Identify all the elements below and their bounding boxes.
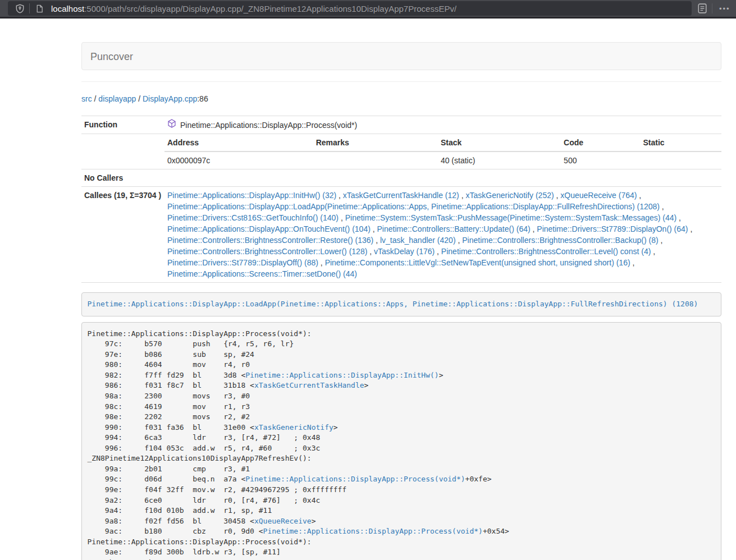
browser-toolbar: localhost:5000/path/src/displayapp/Displ… [0,0,736,19]
url-bar[interactable]: localhost:5000/path/src/displayapp/Displ… [8,1,692,16]
callee-link[interactable]: Pinetime::Components::LittleVgl::SetNewT… [325,258,630,267]
details-row: Address Remarks Stack Code Static 0x0000… [81,134,721,169]
callee-link[interactable]: Pinetime::System::SystemTask::PushMessag… [345,213,677,222]
url-path: :5000/path/src/displayapp/DisplayApp.cpp… [84,4,456,13]
page-info-icon[interactable] [32,2,47,15]
function-row: Function Pinetime::Applications::Display… [81,116,721,134]
callee-link[interactable]: Pinetime::Drivers::Cst816S::GetTouchInfo… [167,213,339,222]
callee-link[interactable]: lv_task_handler (420) [380,236,456,245]
divider [81,81,721,82]
details-values-row: 0x0000097c 40 (static) 500 [164,152,721,169]
col-header-static: Static [641,134,721,152]
callee-link[interactable]: xTaskGenericNotify (252) [465,191,554,200]
col-header-code: Code [561,134,640,152]
symbol-link[interactable]: xTaskGetCurrentTaskHandle [254,381,364,389]
callee-link[interactable]: Pinetime::Controllers::BrightnessControl… [441,247,651,256]
url-bar-separator [29,3,30,13]
col-header-remarks: Remarks [313,134,438,152]
callee-link[interactable]: Pinetime::Controllers::Battery::Update()… [377,224,531,233]
function-table: Function Pinetime::Applications::Display… [81,116,721,283]
callee-link[interactable]: Pinetime::Applications::DisplayApp::Load… [167,202,660,211]
callee-link[interactable]: xTaskGetCurrentTaskHandle (12) [343,191,459,200]
brand-link[interactable]: Puncover [82,43,141,71]
breadcrumb-link[interactable]: displayapp [98,94,136,103]
remarks-value [313,152,438,169]
url-host: localhost [51,4,84,13]
function-name: Pinetime::Applications::DisplayApp::Proc… [180,120,357,131]
callees-row: Callees (19, Σ=3704 ) Pinetime::Applicat… [81,187,721,283]
callee-link[interactable]: Pinetime::Applications::DisplayApp::OnTo… [167,224,371,233]
no-callers-label: No Callers [81,169,164,187]
toolbar-separator [712,3,712,13]
shield-icon[interactable] [12,2,27,15]
col-header-address: Address [164,134,313,152]
callee-link[interactable]: vTaskDelay (176) [374,247,435,256]
breadcrumb-link[interactable]: DisplayApp.cpp [143,94,197,103]
menu-dots-icon[interactable]: ••• [715,4,735,13]
assembly-code: Pinetime::Applications::DisplayApp::Proc… [81,322,721,560]
breadcrumb-separator: / [92,94,99,103]
symbol-link[interactable]: Pinetime::Applications::DisplayApp::Proc… [263,527,483,535]
reader-mode-icon[interactable] [695,2,710,15]
col-header-stack: Stack [438,134,561,152]
stack-value: 40 (static) [438,152,561,169]
symbol-link[interactable]: Pinetime::Applications::DisplayApp::Init… [245,371,438,379]
callee-link[interactable]: Pinetime::Controllers::BrightnessControl… [167,247,367,256]
navbar: Puncover [81,42,721,70]
details-table: Address Remarks Stack Code Static 0x0000… [164,134,721,169]
page-container: Puncover src / displayapp / DisplayApp.c… [81,42,721,560]
cube-icon [167,119,176,131]
code-value: 500 [561,152,640,169]
function-label: Function [81,116,164,134]
symbol-link[interactable]: xTaskGenericNotify [254,423,333,432]
breadcrumb-separator: / [136,94,143,103]
breadcrumb-line-number: :86 [197,94,208,103]
breadcrumb: src / displayapp / DisplayApp.cpp:86 [81,93,721,104]
callee-link[interactable]: xQueueReceive (764) [560,191,637,200]
callee-link[interactable]: Pinetime::Drivers::St7789::DisplayOff() … [167,258,318,267]
address-value: 0x0000097c [164,152,313,169]
no-callers-row: No Callers [81,169,721,187]
callee-link[interactable]: Pinetime::Applications::DisplayApp::Init… [167,191,336,200]
symbol-link[interactable]: xQueueReceive [254,517,312,525]
related-symbol-box: Pinetime::Applications::DisplayApp::Load… [81,292,721,316]
breadcrumb-link[interactable]: src [81,94,92,103]
url-text[interactable]: localhost:5000/path/src/displayapp/Displ… [51,4,456,13]
callees-list: Pinetime::Applications::DisplayApp::Init… [164,187,721,283]
callee-link[interactable]: Pinetime::Applications::Screens::Timer::… [167,269,357,278]
static-value [641,152,721,169]
callee-link[interactable]: Pinetime::Controllers::BrightnessControl… [462,236,658,245]
callee-link[interactable]: Pinetime::Drivers::St7789::DisplayOn() (… [537,224,688,233]
callees-label: Callees (19, Σ=3704 ) [81,187,164,283]
symbol-link[interactable]: Pinetime::Applications::DisplayApp::Proc… [245,475,465,483]
related-symbol-link[interactable]: Pinetime::Applications::DisplayApp::Load… [88,300,698,308]
callee-link[interactable]: Pinetime::Controllers::BrightnessControl… [167,236,373,245]
